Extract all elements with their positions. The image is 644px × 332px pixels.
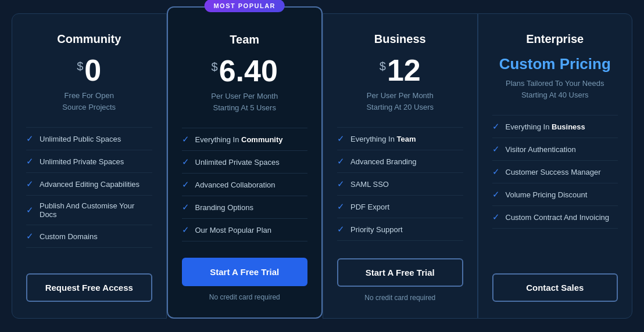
feature-item: ✓ Custom Contract And Invoicing xyxy=(492,205,618,229)
plan-subtitle-enterprise: Plans Tailored To Your NeedsStarting At … xyxy=(492,78,618,101)
feature-item: ✓ Volume Pricing Discount xyxy=(492,183,618,205)
check-icon: ✓ xyxy=(26,179,34,189)
check-icon: ✓ xyxy=(337,156,345,167)
feature-text: Everything In Community xyxy=(195,135,283,144)
feature-text: Advanced Editing Capabilities xyxy=(40,180,139,189)
features-list-business: ✓ Everything In Team ✓ Advanced Branding… xyxy=(337,127,463,242)
feature-item: ✓ Unlimited Private Spaces xyxy=(26,150,152,172)
feature-text: Customer Success Manager xyxy=(506,168,601,176)
check-icon: ✓ xyxy=(492,121,500,132)
price-currency-community: $ xyxy=(77,60,83,73)
plan-name-community: Community xyxy=(26,33,152,46)
feature-item: ✓ Everything In Business xyxy=(492,115,618,138)
check-icon: ✓ xyxy=(337,201,345,212)
plan-card-team: MOST POPULARTeam $ 6.40 Per User Per Mon… xyxy=(167,6,323,319)
check-icon: ✓ xyxy=(26,133,34,144)
features-list-enterprise: ✓ Everything In Business ✓ Visitor Authe… xyxy=(492,115,618,257)
feature-text: Visitor Authentication xyxy=(506,145,576,154)
feature-item: ✓ Custom Domains xyxy=(26,225,152,248)
check-icon: ✓ xyxy=(182,157,189,167)
feature-text: Custom Domains xyxy=(40,232,98,241)
feature-item: ✓ Our Most Popular Plan xyxy=(182,218,308,241)
features-list-team: ✓ Everything In Community ✓ Unlimited Pr… xyxy=(182,128,308,241)
feature-item: ✓ Everything In Team xyxy=(337,127,463,150)
check-icon: ✓ xyxy=(182,225,189,235)
cta-button-enterprise[interactable]: Contact Sales xyxy=(492,273,618,302)
plan-price-community: $ 0 xyxy=(26,55,152,85)
feature-item: ✓ SAML SSO xyxy=(337,172,463,195)
plan-price-business: $ 12 xyxy=(337,55,463,85)
feature-text: Publish And Customise Your Docs xyxy=(40,201,152,219)
plan-subtitle-community: Free For OpenSource Projects xyxy=(26,90,152,113)
no-cc-text-team: No credit card required xyxy=(182,293,308,301)
check-icon: ✓ xyxy=(182,134,189,145)
check-icon: ✓ xyxy=(26,205,34,215)
feature-text: Volume Pricing Discount xyxy=(506,190,588,199)
feature-item: ✓ Visitor Authentication xyxy=(492,138,618,160)
price-amount-community: 0 xyxy=(84,55,101,85)
cta-button-business[interactable]: Start A Free Trial xyxy=(337,258,463,287)
plan-subtitle-team: Per User Per MonthStarting At 5 Users xyxy=(182,91,308,114)
plan-name-business: Business xyxy=(337,33,463,46)
price-currency-business: $ xyxy=(380,60,386,73)
feature-item: ✓ Unlimited Public Spaces xyxy=(26,127,152,150)
feature-item: ✓ Everything In Community xyxy=(182,128,308,150)
check-icon: ✓ xyxy=(492,144,500,154)
feature-text: Everything In Business xyxy=(506,122,585,131)
feature-text: Priority Support xyxy=(350,225,403,234)
feature-text: Custom Contract And Invoicing xyxy=(506,213,609,222)
plan-card-community: Community $ 0 Free For OpenSource Projec… xyxy=(12,13,167,319)
plan-name-enterprise: Enterprise xyxy=(492,33,618,46)
check-icon: ✓ xyxy=(492,189,500,200)
feature-text: Unlimited Public Spaces xyxy=(40,135,121,143)
features-list-community: ✓ Unlimited Public Spaces ✓ Unlimited Pr… xyxy=(26,127,152,257)
check-icon: ✓ xyxy=(337,133,345,144)
plan-subtitle-business: Per User Per MonthStarting At 20 Users xyxy=(337,90,463,113)
check-icon: ✓ xyxy=(492,212,500,222)
feature-item: ✓ Branding Options xyxy=(182,196,308,218)
feature-text: Advanced Collaboration xyxy=(195,181,276,189)
price-amount-team: 6.40 xyxy=(219,56,278,86)
feature-text: Unlimited Private Spaces xyxy=(40,157,124,166)
feature-text: SAML SSO xyxy=(350,180,389,189)
feature-item: ✓ PDF Export xyxy=(337,195,463,218)
feature-item: ✓ Advanced Branding xyxy=(337,150,463,172)
popular-badge: MOST POPULAR xyxy=(204,0,285,12)
feature-text: Everything In Team xyxy=(350,135,416,143)
feature-item: ✓ Unlimited Private Spaces xyxy=(182,150,308,173)
feature-text: Unlimited Private Spaces xyxy=(195,158,280,167)
price-amount-business: 12 xyxy=(387,55,421,85)
plan-price-team: $ 6.40 xyxy=(182,56,308,86)
feature-item: ✓ Priority Support xyxy=(337,218,463,241)
price-currency-team: $ xyxy=(212,60,218,74)
cta-button-community[interactable]: Request Free Access xyxy=(26,273,152,302)
plan-card-business: Business $ 12 Per User Per MonthStarting… xyxy=(323,13,478,319)
price-custom-enterprise: Custom Pricing xyxy=(499,55,611,73)
check-icon: ✓ xyxy=(26,156,34,167)
no-cc-text-business: No credit card required xyxy=(337,294,463,302)
check-icon: ✓ xyxy=(337,179,345,189)
check-icon: ✓ xyxy=(337,224,345,234)
feature-text: Our Most Popular Plan xyxy=(195,226,272,234)
feature-item: ✓ Advanced Collaboration xyxy=(182,173,308,196)
feature-item: ✓ Customer Success Manager xyxy=(492,160,618,183)
plan-price-enterprise: Custom Pricing xyxy=(492,55,618,73)
check-icon: ✓ xyxy=(182,179,189,190)
feature-text: PDF Export xyxy=(350,203,389,211)
plan-name-team: Team xyxy=(182,33,308,46)
check-icon: ✓ xyxy=(492,167,500,177)
cta-button-team[interactable]: Start A Free Trial xyxy=(182,258,308,286)
pricing-container: Community $ 0 Free For OpenSource Projec… xyxy=(12,13,632,319)
check-icon: ✓ xyxy=(26,231,34,241)
feature-text: Advanced Branding xyxy=(350,157,416,166)
feature-item: ✓ Advanced Editing Capabilities xyxy=(26,172,152,195)
feature-text: Branding Options xyxy=(195,203,253,212)
check-icon: ✓ xyxy=(182,202,189,212)
feature-item: ✓ Publish And Customise Your Docs xyxy=(26,195,152,225)
plan-card-enterprise: Enterprise Custom Pricing Plans Tailored… xyxy=(478,13,633,319)
